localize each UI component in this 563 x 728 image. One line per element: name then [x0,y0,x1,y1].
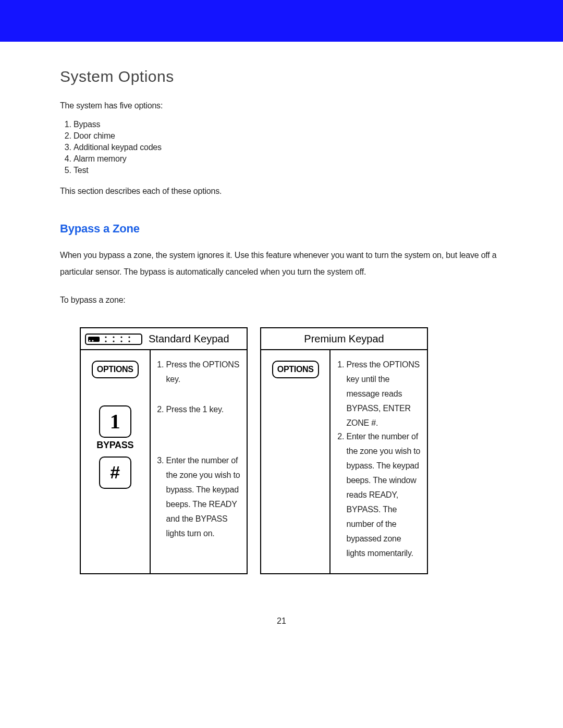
standard-keys-cell: OPTIONS 1 BYPASS # [80,350,150,574]
options-key-button: OPTIONS [272,361,319,378]
standard-keypad-title: Standard Keypad [149,333,229,345]
option-item: Additional keypad codes [74,143,503,152]
keypad-device-icon [85,332,142,346]
intro-text: The system has five options: [60,101,503,110]
svg-point-2 [89,340,91,342]
svg-point-9 [120,340,122,342]
svg-point-11 [128,340,130,342]
keypad-tables-row: Standard Keypad OPTIONS 1 BYPASS [60,327,503,574]
svg-point-3 [92,340,94,342]
svg-point-8 [120,336,122,338]
page-title: System Options [60,68,503,85]
svg-point-10 [128,336,130,338]
option-item: Test [74,166,503,175]
page-content: System Options The system has five optio… [0,42,563,574]
standard-keypad-table: Standard Keypad OPTIONS 1 BYPASS [80,327,248,574]
options-key-button: OPTIONS [92,361,139,378]
section-description: This section describes each of these opt… [60,187,503,196]
subheading-bypass: Bypass a Zone [60,222,503,236]
svg-point-6 [113,336,114,338]
premium-steps-cell: Press the OPTIONS key until the message … [330,350,427,574]
premium-keypad-table: Premium Keypad OPTIONS Press the OPTIONS… [260,327,428,574]
hash-key-button: # [99,456,131,489]
bypass-key-label: BYPASS [86,440,144,451]
svg-point-5 [105,340,106,342]
standard-keypad-header: Standard Keypad [80,328,247,350]
standard-step: Press the 1 key. [166,402,241,453]
options-list: Bypass Door chime Additional keypad code… [74,120,503,175]
premium-step: Enter the number of the zone you wish to… [346,429,422,561]
premium-keys-cell: OPTIONS [261,350,330,574]
page-number: 21 [0,616,563,626]
key-1-button: 1 [99,405,131,438]
to-bypass-text: To bypass a zone: [60,292,503,309]
top-bar [0,0,563,42]
bypass-paragraph: When you bypass a zone, the system ignor… [60,247,503,280]
option-item: Bypass [74,120,503,129]
standard-step: Enter the number of the zone you wish to… [166,453,241,541]
premium-step: Press the OPTIONS key until the message … [346,357,422,429]
svg-point-4 [105,336,106,338]
standard-step: Press the OPTIONS key. [166,357,241,402]
option-item: Door chime [74,131,503,141]
premium-keypad-header: Premium Keypad [261,328,427,350]
option-item: Alarm memory [74,154,503,164]
svg-point-7 [113,340,114,342]
premium-keypad-title: Premium Keypad [304,333,384,345]
standard-steps-cell: Press the OPTIONS key. Press the 1 key. … [150,350,247,574]
